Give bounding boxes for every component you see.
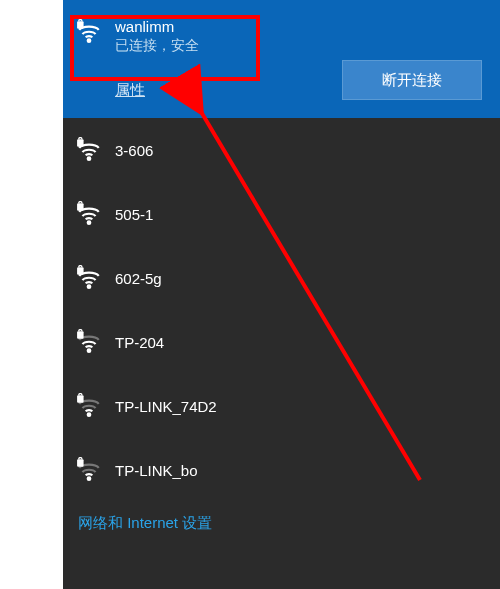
wifi-secure-icon xyxy=(75,328,103,356)
network-name: TP-204 xyxy=(115,334,164,351)
network-name: 602-5g xyxy=(115,270,162,287)
svg-point-12 xyxy=(88,477,91,480)
properties-link[interactable]: 属性 xyxy=(115,81,145,100)
network-name: 3-606 xyxy=(115,142,153,159)
network-item[interactable]: TP-204 xyxy=(63,310,500,374)
network-name: TP-LINK_bo xyxy=(115,462,198,479)
network-header: wanlimm 已连接，安全 xyxy=(75,18,488,55)
svg-point-0 xyxy=(88,39,91,42)
svg-rect-5 xyxy=(77,203,84,211)
wifi-secure-icon xyxy=(75,136,103,164)
network-item[interactable]: TP-LINK_bo xyxy=(63,438,500,502)
disconnect-button[interactable]: 断开连接 xyxy=(342,60,482,100)
wifi-secure-icon xyxy=(75,264,103,292)
svg-point-2 xyxy=(88,157,91,160)
network-item[interactable]: 505-1 xyxy=(63,182,500,246)
svg-rect-7 xyxy=(77,267,84,275)
network-list: 3-606 505-1 602- xyxy=(63,118,500,502)
wifi-secure-icon xyxy=(75,200,103,228)
svg-rect-9 xyxy=(77,331,84,339)
svg-rect-11 xyxy=(77,395,84,403)
network-name: wanlimm xyxy=(115,18,488,35)
network-item[interactable]: TP-LINK_74D2 xyxy=(63,374,500,438)
svg-rect-3 xyxy=(77,139,84,147)
wifi-secure-icon xyxy=(75,18,103,46)
network-item[interactable]: 3-606 xyxy=(63,118,500,182)
svg-point-4 xyxy=(88,221,91,224)
wifi-flyout-panel: wanlimm 已连接，安全 属性 断开连接 3-606 xyxy=(63,0,500,589)
svg-point-8 xyxy=(88,349,91,352)
network-info: wanlimm 已连接，安全 xyxy=(115,18,488,55)
network-name: TP-LINK_74D2 xyxy=(115,398,217,415)
network-name: 505-1 xyxy=(115,206,153,223)
network-settings-link[interactable]: 网络和 Internet 设置 xyxy=(63,502,500,533)
svg-point-6 xyxy=(88,285,91,288)
active-network[interactable]: wanlimm 已连接，安全 属性 断开连接 xyxy=(63,0,500,118)
network-status: 已连接，安全 xyxy=(115,37,488,55)
wifi-secure-icon xyxy=(75,456,103,484)
svg-point-10 xyxy=(88,413,91,416)
network-item[interactable]: 602-5g xyxy=(63,246,500,310)
svg-rect-13 xyxy=(77,459,84,467)
svg-rect-1 xyxy=(77,21,84,29)
wifi-secure-icon xyxy=(75,392,103,420)
